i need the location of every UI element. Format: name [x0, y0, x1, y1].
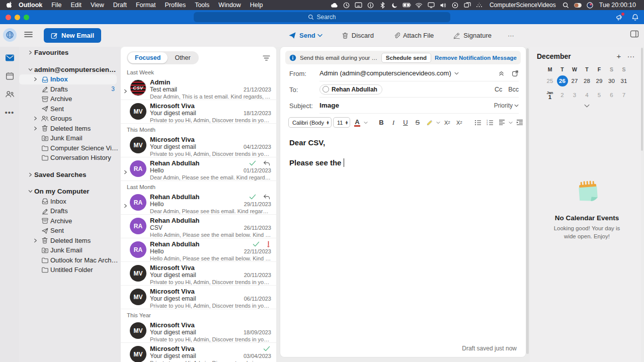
sidebar-item-on-my-computer[interactable]: On my Computer	[19, 187, 121, 197]
moon-status-icon[interactable]	[389, 1, 401, 10]
recipient-chip[interactable]: Rehan Abdullah	[319, 84, 382, 95]
sidebar-item-saved-searches[interactable]: Saved Searches	[19, 170, 121, 180]
volume-status-icon[interactable]	[437, 1, 449, 10]
calendar-day[interactable]: 27	[569, 75, 581, 86]
remove-notification-link[interactable]: Remove Notification Message	[435, 55, 517, 61]
sidebar-item-sent[interactable]: Sent	[19, 104, 121, 114]
rail-calendar-icon[interactable]	[5, 71, 15, 81]
chevron-right-icon[interactable]	[26, 172, 34, 177]
bullet-list-button[interactable]	[472, 117, 483, 128]
mail-list-item[interactable]: CSVAdminTest email21/12/2023Dear Admin, …	[121, 76, 276, 100]
mail-list-item[interactable]: MVMicrosoft VivaYour digest email04/12/2…	[121, 134, 276, 157]
from-chevron-icon[interactable]	[454, 72, 459, 75]
calendar-expand-chevron[interactable]	[537, 104, 637, 108]
chevron-right-icon[interactable]	[31, 126, 39, 131]
menu-file[interactable]: File	[47, 2, 66, 9]
menubar-account-name[interactable]: ComputerScienceVideos	[486, 2, 560, 9]
chevron-right-icon[interactable]	[26, 50, 34, 55]
menubar-clock[interactable]: Tue 20:00:10	[596, 2, 639, 9]
rail-people-icon[interactable]	[5, 89, 15, 99]
close-window-button[interactable]	[6, 15, 11, 20]
indent-button[interactable]	[514, 117, 525, 128]
sidebar-item-archive[interactable]: Archive	[19, 216, 121, 226]
calendar-day-selected[interactable]: 26	[556, 75, 569, 86]
send-button[interactable]: Send	[283, 28, 328, 43]
sidebar-toggle-icon[interactable]	[24, 31, 33, 38]
sidebar-item-drafts[interactable]: Drafts	[19, 206, 121, 216]
menu-profiles[interactable]: Profiles	[160, 2, 190, 9]
spotlight-search-icon[interactable]	[560, 1, 572, 10]
wifi-status-icon[interactable]	[413, 1, 425, 10]
chevron-right-icon[interactable]	[31, 238, 39, 243]
sidebar-item-inbox[interactable]: Inbox	[19, 197, 121, 207]
menu-window[interactable]: Window	[214, 2, 245, 9]
calendar-day[interactable]: 29	[593, 75, 606, 86]
menu-help[interactable]: Help	[246, 2, 268, 9]
battery-status-icon[interactable]	[401, 1, 413, 10]
mail-list-item[interactable]: RARehan AbdullahCSV26/11/2023Hello Admin…	[121, 215, 276, 238]
font-size-select[interactable]: 11 ▲▼	[333, 117, 350, 128]
calendar-day[interactable]: Jan1	[544, 89, 556, 101]
font-family-select[interactable]: Calibri (Body) ▲▼	[288, 117, 332, 128]
menu-draft[interactable]: Draft	[109, 2, 131, 9]
sidebar-item-admin-computersciencevi[interactable]: admin@computersciencevi...	[19, 65, 121, 75]
calendar-more-icon[interactable]: ···	[625, 52, 637, 60]
chevron-down-icon[interactable]	[26, 67, 34, 72]
calendar-day[interactable]: 31	[618, 75, 630, 86]
rail-more-icon[interactable]: •••	[5, 107, 15, 117]
highlight-button[interactable]	[424, 117, 435, 128]
sidebar-item-favourites[interactable]: Favourites	[19, 48, 121, 58]
sidebar-item-junk-email[interactable]: Junk Email	[19, 133, 121, 143]
cloud-status-icon[interactable]	[329, 1, 341, 10]
menu-view[interactable]: View	[86, 2, 109, 9]
collapse-headers-icon[interactable]	[498, 70, 505, 77]
align-button[interactable]	[497, 117, 507, 128]
calendar-day[interactable]: 2	[556, 89, 569, 101]
thread-expand-chevron[interactable]	[122, 76, 129, 100]
user-switch-icon[interactable]	[572, 1, 584, 10]
stage-status-icon[interactable]	[461, 1, 473, 10]
mail-list-item[interactable]: MVMicrosoft VivaYour digest email18/12/2…	[121, 100, 276, 124]
sidebar-item-junk-email[interactable]: Junk Email	[19, 245, 121, 255]
popout-icon[interactable]	[512, 70, 519, 77]
calendar-day[interactable]: 4	[581, 89, 593, 101]
sidebar-item-archive[interactable]: Archive	[19, 94, 121, 104]
sidebar-item-inbox[interactable]: Inbox	[19, 74, 117, 84]
menu-tools[interactable]: Tools	[190, 2, 214, 9]
bold-button[interactable]: B	[376, 117, 386, 128]
menu-format[interactable]: Format	[131, 2, 160, 9]
apple-menu-icon[interactable]	[5, 2, 14, 9]
notifications-bell-icon[interactable]	[630, 12, 640, 22]
numbered-list-button[interactable]: 123	[485, 117, 495, 128]
mail-list-item[interactable]: MVMicrosoft VivaYour digest email06/11/2…	[121, 286, 276, 309]
schedule-send-button[interactable]: Schedule send	[381, 53, 431, 63]
tab-focused[interactable]: Focused	[128, 52, 168, 63]
whats-new-icon[interactable]	[615, 12, 625, 22]
calendar-day[interactable]: 28	[581, 75, 593, 86]
sidebar-item-deleted-items[interactable]: Deleted Items	[19, 124, 121, 134]
sidebar-item-conversation-history[interactable]: Conversation History	[19, 153, 121, 163]
zoom-window-button[interactable]	[24, 15, 29, 20]
highlight-chevron[interactable]	[436, 121, 440, 124]
tab-other[interactable]: Other	[168, 52, 197, 63]
font-color-chevron[interactable]	[364, 121, 368, 124]
compose-scrollbar[interactable]	[526, 48, 529, 354]
discard-button[interactable]: Discard	[337, 28, 379, 43]
sidebar-item-drafts[interactable]: Drafts3	[19, 84, 121, 95]
align-chevron[interactable]	[509, 121, 513, 124]
thread-expand-chevron[interactable]	[122, 157, 129, 180]
reading-pane-toggle-icon[interactable]	[630, 30, 639, 38]
clock-status-icon[interactable]	[341, 1, 353, 10]
control-center-icon[interactable]	[584, 1, 596, 10]
filter-icon[interactable]	[263, 55, 270, 61]
attach-file-button[interactable]: Attach File	[388, 28, 439, 43]
minimize-window-button[interactable]	[15, 15, 20, 20]
menu-edit[interactable]: Edit	[66, 2, 86, 9]
account-avatar[interactable]	[3, 28, 17, 42]
cc-button[interactable]: Cc	[495, 86, 502, 93]
message-body[interactable]: Dear CSV, Please see the	[280, 131, 526, 186]
calendar-day[interactable]: 7	[618, 89, 630, 101]
chevron-down-icon[interactable]	[26, 189, 34, 194]
mail-list-item[interactable]: MVMicrosoft VivaYour digest email03/04/2…	[121, 343, 276, 362]
priority-button[interactable]: Priority	[490, 102, 519, 109]
